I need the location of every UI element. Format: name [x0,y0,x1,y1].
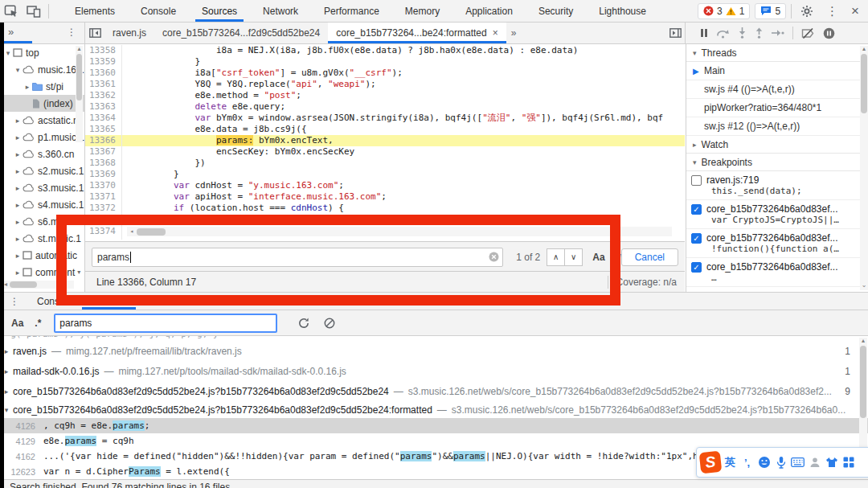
file-tab[interactable]: raven.js [104,23,154,43]
expand-icon[interactable]: ▸ [14,218,22,226]
scrollbar-thumb[interactable] [76,54,82,100]
tab-sources[interactable]: Sources [189,0,250,22]
cancel-button[interactable]: Cancel [621,248,678,266]
hide-navigator-icon[interactable] [85,24,104,42]
file-tab[interactable]: core_b15b773264...be24:formatted× [328,23,506,43]
code-line[interactable]: 13360 i8a["csrf_token"] = u8m.gV0x("__cs… [85,68,685,79]
tree-item[interactable]: ▸automatic [0,247,84,264]
pause-on-exceptions-icon[interactable] [823,27,835,39]
line-number[interactable]: 13370 [85,180,122,191]
tree-item[interactable]: ▸p1.music.1 [0,129,84,146]
navigator-vertical-scrollbar[interactable]: ▴ [76,46,83,142]
step-into-icon[interactable] [738,27,747,39]
line-number[interactable]: 13372 [85,203,122,214]
step-icon[interactable] [772,29,784,37]
tab-performance[interactable]: Performance [311,0,392,22]
drawer-tab-console[interactable]: Console [29,293,80,310]
result-file-row[interactable]: ▸core_b15b773264b6a0d83ef2d9c5dd52be24.j… [0,381,868,401]
code-line[interactable]: 13372 if (location.host === cdnHost) { [85,203,685,214]
tab-security[interactable]: Security [526,0,586,22]
error-warning-badge[interactable]: 3 1 [698,3,750,19]
step-out-icon[interactable] [755,27,764,39]
close-devtools-icon[interactable]: × [847,3,863,19]
navigator-more-tabs-icon[interactable]: » [8,26,14,38]
breakpoint-checkbox[interactable] [691,175,702,186]
line-number[interactable]: 13358 [85,45,122,56]
tree-item[interactable]: ▾music.163.com [0,61,84,78]
breakpoint-checkbox[interactable]: ✓ [691,262,702,273]
virtual-keyboard-icon[interactable] [790,453,805,471]
expand-icon[interactable]: ▸ [14,184,22,192]
tree-item[interactable]: ▸comment▾ [0,264,84,281]
code-line[interactable]: 13368 }) [85,158,685,169]
previous-match-button[interactable]: ∧ [547,248,565,266]
result-file-row[interactable]: ▸raven.js—mimg.127.net/p/freemail/lib/tr… [0,341,868,361]
expand-icon[interactable]: ▸ [14,269,22,277]
code-line[interactable]: 13369 } [85,169,685,180]
file-tab[interactable]: core_b15b773264...f2d9c5dd52be24 [154,23,328,43]
breakpoint-item[interactable]: ✓core_b15b773264b6a0d83ef...var CryptoJS… [686,200,868,229]
inspect-element-icon[interactable] [0,2,23,20]
code-lines[interactable]: 13358 i8a = NEJ.X(i8a, j8b.fU0x(e8e.data… [85,45,685,240]
code-line[interactable]: 13364 var bYm0x = window.asrsea(JSON.str… [85,113,685,124]
tree-item[interactable]: ▸st/pi [0,78,84,95]
collapse-icon[interactable]: ▾ [14,66,22,74]
threads-section-header[interactable]: ▾ Threads [686,44,868,62]
match-case-button[interactable]: Aa [11,318,23,329]
breakpoint-item[interactable]: ✓core_b15b773264b6a0d83ef...… [686,258,868,287]
code-line[interactable]: 13359 } [85,56,685,68]
breakpoint-item[interactable]: raven.js:719this._send(data); [686,171,868,200]
line-number[interactable]: 13373 [85,214,122,225]
expand-icon[interactable]: ▸ [14,133,22,141]
thread-item[interactable]: sw.js #4 (()=>A(t,e,r)) [686,80,868,99]
tab-memory[interactable]: Memory [392,0,452,22]
language-mode-icon[interactable]: 英 [723,453,738,471]
tree-item[interactable]: ▸s.360.cn [0,146,84,162]
breakpoint-checkbox[interactable]: ✓ [691,233,702,244]
tree-item[interactable]: ▾top [0,44,84,61]
emoji-icon[interactable] [756,453,772,471]
line-number[interactable]: 13369 [85,169,122,180]
tree-item[interactable]: ▸s6.music.1 [0,213,84,230]
expand-icon[interactable]: ▸ [14,201,22,209]
expand-icon[interactable]: ▸ [14,150,22,158]
expand-icon[interactable]: ▸ [14,167,22,175]
collapse-icon[interactable]: ▾ [4,49,12,57]
tree-item[interactable]: ▸acstatic.m [0,112,84,129]
code-line[interactable]: 13370 var cdnHost = "y.music.163.com"; [85,180,685,191]
code-line[interactable]: 13365 e8e.data = j8b.cs9j({ [85,124,685,135]
regex-button[interactable]: .* [615,252,621,263]
toolbox-grid-icon[interactable] [841,453,856,471]
scroll-left-icon[interactable]: ◂ [127,228,137,235]
sogou-logo-icon[interactable]: S [699,451,723,474]
toggle-sidebar-icon[interactable] [665,24,685,42]
navigator-menu-icon[interactable]: ⋮ [67,27,76,38]
drawer-tab-search[interactable]: Search× [80,293,137,310]
clear-results-icon[interactable] [324,318,335,329]
thread-item[interactable]: pipWorker?ratio=364/480*1 [686,99,868,117]
more-options-icon[interactable]: ⋮ [822,4,842,18]
navigator-horizontal-scrollbar[interactable]: ◂ [2,281,74,289]
expand-icon[interactable]: ▸ [14,117,22,125]
skin-theme-icon[interactable] [824,453,839,471]
line-number[interactable]: 13360 [85,68,122,79]
settings-gear-icon[interactable] [796,5,817,18]
code-line[interactable]: 13362 e8e.method = "post"; [85,90,685,101]
breakpoint-checkbox[interactable]: ✓ [691,204,702,215]
chevron-down-icon[interactable]: ▾ [77,269,80,276]
code-line[interactable]: 13367 encSecKey: bYm0x.encSecKey [85,146,685,158]
tree-item[interactable]: ▸st.music.1 [0,230,84,247]
line-number[interactable]: 13361 [85,79,122,90]
tree-item[interactable]: (index) [0,95,84,112]
tree-item[interactable]: ▸s2.music.1 [0,162,84,179]
thread-item[interactable]: sw.js #12 (()=>A(t,e,r)) [686,117,868,136]
breakpoints-section-header[interactable]: ▾ Breakpoints [686,154,868,171]
clear-search-icon[interactable] [489,252,499,262]
line-number[interactable]: 13359 [85,56,122,68]
line-number[interactable]: 13367 [85,146,122,158]
tab-console[interactable]: Console [128,0,189,22]
regex-button[interactable]: .* [35,318,41,329]
code-line[interactable]: 13366 params: bYm0x.encText, [85,135,685,146]
thread-item[interactable]: ▶Main [686,62,868,80]
pause-script-icon[interactable] [700,28,708,38]
